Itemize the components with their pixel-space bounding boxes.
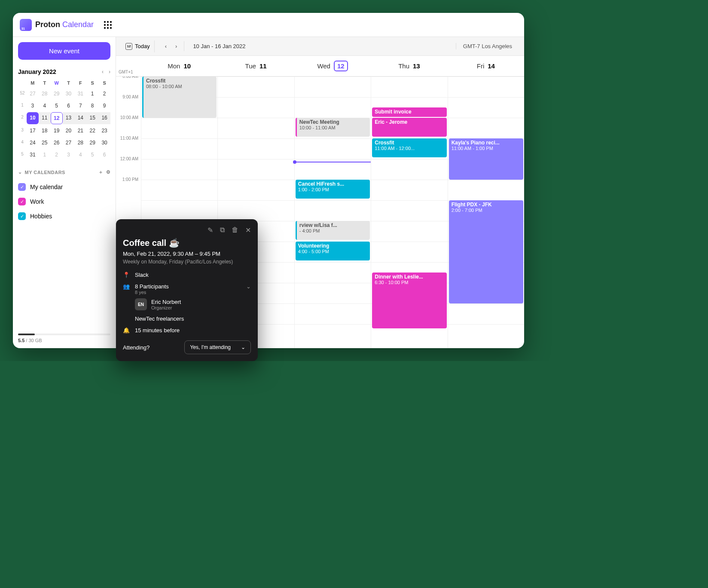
add-calendar-icon[interactable]: ＋	[98, 169, 104, 175]
minical-day[interactable]: 14	[74, 112, 86, 124]
organizer-role: Organizer	[151, 305, 181, 310]
calendar-event[interactable]: Kayla's Piano reci...11:00 AM - 1:00 PM	[449, 138, 523, 180]
expand-participants-icon[interactable]: ⌄	[246, 283, 251, 290]
calendar-event[interactable]: rview w/Lisa f...- 4:00 PM	[296, 221, 370, 240]
minical-day[interactable]: 11	[39, 112, 51, 124]
attending-select[interactable]: Yes, I'm attending ⌄	[184, 340, 251, 354]
new-event-button[interactable]: New event	[18, 42, 110, 60]
delete-event-icon[interactable]: 🗑	[232, 226, 238, 234]
time-label: 12:00 AM	[116, 156, 141, 177]
minical-day[interactable]: 1	[86, 88, 98, 99]
minical-day[interactable]: 16	[98, 112, 110, 124]
next-week-icon[interactable]: ›	[172, 41, 180, 51]
participants-count: 8 Participants	[135, 283, 241, 290]
calendar-event[interactable]: Eric - Jerome	[372, 118, 446, 137]
minical-day[interactable]: 4	[39, 100, 51, 111]
minical-day[interactable]: 27	[63, 137, 75, 148]
minical-day[interactable]: 29	[51, 88, 63, 99]
minical-day[interactable]: 8	[86, 100, 98, 111]
minical-weekday: S	[98, 79, 110, 87]
minical-day[interactable]: 13	[63, 112, 75, 124]
minical-day[interactable]: 28	[39, 88, 51, 99]
day-column[interactable]: Kayla's Piano reci...11:00 AM - 1:00 PMF…	[448, 77, 524, 348]
day-column[interactable]: NewTec Meeting10:00 - 11:00 AMCancel HiF…	[294, 77, 371, 348]
calendar-event[interactable]: Volunteering4:00 - 5:00 PM	[296, 242, 370, 260]
close-popover-icon[interactable]: ✕	[245, 226, 251, 234]
timezone-selector[interactable]: GMT-7 Los Angeles	[456, 43, 519, 49]
calendar-item[interactable]: ✓Work	[18, 194, 110, 209]
popover-title: Coffee call ☕	[123, 238, 251, 248]
minical-day[interactable]: 22	[86, 125, 98, 136]
minical-day[interactable]: 30	[63, 88, 75, 99]
calendar-settings-icon[interactable]: ⚙	[106, 169, 111, 175]
edit-event-icon[interactable]: ✎	[208, 226, 213, 234]
my-calendars-section: ⌄ MY CALENDARS ＋ ⚙ ✓My calendar✓Work✓Hob…	[13, 164, 116, 229]
minical-day[interactable]: 31	[74, 88, 86, 99]
minical-day[interactable]: 2	[98, 88, 110, 99]
minical-day[interactable]: 29	[86, 137, 98, 148]
calendar-event[interactable]: Submit invoice	[372, 107, 446, 117]
calendar-event[interactable]: Cancel HiFresh s...1:00 - 2:00 PM	[296, 180, 370, 199]
day-column[interactable]: Submit invoiceEric - JeromeCrossfit11:00…	[371, 77, 447, 348]
calendar-event[interactable]: NewTec Meeting10:00 - 11:00 AM	[296, 118, 370, 137]
day-header[interactable]: Wed12	[294, 56, 371, 76]
minical-day[interactable]: 3	[63, 149, 75, 160]
organizer-name: Eric Norbert	[151, 299, 181, 305]
chevron-down-icon[interactable]: ⌄	[18, 169, 22, 175]
minical-weekday: T	[63, 79, 75, 87]
day-header[interactable]: Mon10	[141, 56, 217, 76]
minical-day[interactable]: 24	[27, 137, 39, 148]
calendar-item[interactable]: ✓My calendar	[18, 180, 110, 194]
duplicate-event-icon[interactable]: ⧉	[220, 226, 225, 234]
minical-day[interactable]: 23	[98, 125, 110, 136]
reminder-icon: 🔔	[123, 327, 130, 334]
minical-day[interactable]: 6	[98, 149, 110, 160]
calendar-checkbox[interactable]: ✓	[18, 212, 26, 220]
calendar-checkbox[interactable]: ✓	[18, 183, 26, 191]
minical-weekday: S	[86, 79, 98, 87]
minical-day[interactable]: 2	[51, 149, 63, 160]
minical-day[interactable]: 21	[74, 125, 86, 136]
minical-day[interactable]: 3	[27, 100, 39, 111]
minical-day[interactable]: 9	[98, 100, 110, 111]
prev-week-icon[interactable]: ‹	[162, 41, 170, 51]
minical-day[interactable]: 25	[39, 137, 51, 148]
minical-day[interactable]: 7	[74, 100, 86, 111]
minical-day[interactable]: 4	[74, 149, 86, 160]
chevron-down-icon: ⌄	[241, 344, 245, 350]
minical-week-num: 3	[18, 125, 27, 136]
minical-prev-icon[interactable]: ‹	[102, 69, 104, 75]
minical-day[interactable]: 27	[27, 88, 39, 99]
minical-day[interactable]: 19	[51, 125, 63, 136]
calendar-item[interactable]: ✓Hobbies	[18, 209, 110, 224]
minical-day[interactable]: 10	[27, 112, 39, 124]
minical-day[interactable]: 20	[63, 125, 75, 136]
apps-grid-icon[interactable]	[104, 21, 112, 29]
calendar-event[interactable]: Crossfit11:00 AM - 12:00...	[372, 138, 446, 157]
today-button[interactable]: 12 Today	[121, 40, 155, 52]
logo[interactable]: Proton Calendar	[20, 19, 94, 31]
minical-day[interactable]: 28	[74, 137, 86, 148]
minical-day[interactable]: 1	[39, 149, 51, 160]
day-header[interactable]: Tue11	[217, 56, 294, 76]
calendar-event[interactable]: Dinner with Leslie...6:30 - 10:00 PM	[372, 273, 446, 328]
minical-day[interactable]: 18	[39, 125, 51, 136]
minical-day[interactable]: 6	[63, 100, 75, 111]
minical-day[interactable]: 5	[86, 149, 98, 160]
calendar-event[interactable]: Flight PDX - JFK2:00 - 7:00 PM	[449, 200, 523, 303]
minical-day[interactable]: 15	[86, 112, 98, 124]
date-range-label[interactable]: 10 Jan - 16 Jan 2022	[188, 43, 250, 49]
minical-day[interactable]: 31	[27, 149, 39, 160]
minical-next-icon[interactable]: ›	[109, 69, 110, 75]
minical-day[interactable]: 26	[51, 137, 63, 148]
minical-day[interactable]: 5	[51, 100, 63, 111]
minical-day[interactable]: 17	[27, 125, 39, 136]
calendar-checkbox[interactable]: ✓	[18, 198, 26, 205]
minical-week-num: 2	[18, 112, 27, 124]
day-header[interactable]: Thu13	[371, 56, 447, 76]
day-header[interactable]: Fri14	[448, 56, 524, 76]
now-indicator	[295, 162, 371, 162]
minical-day[interactable]: 30	[98, 137, 110, 148]
calendar-event[interactable]: Crossfit08:00 - 10:00 AM	[142, 77, 217, 118]
minical-day[interactable]: 12	[51, 112, 63, 124]
